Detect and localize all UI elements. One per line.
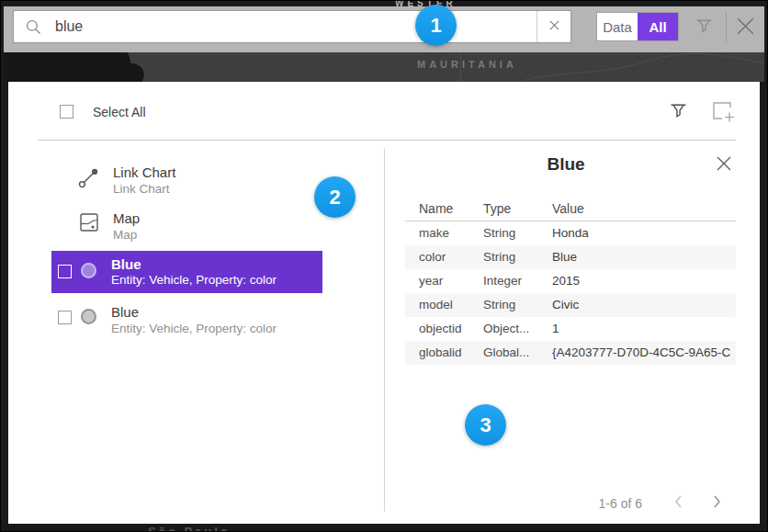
list-item-subtitle: Link Chart — [113, 181, 170, 197]
table-row[interactable]: make String Honda — [405, 221, 736, 245]
data-all-toggle: Data All — [596, 12, 679, 41]
toggle-option-all[interactable]: All — [638, 13, 678, 40]
callout-3: 3 — [465, 404, 506, 446]
filter-results-icon[interactable] — [669, 101, 688, 124]
list-item-subtitle: Map — [113, 227, 137, 243]
app-window: WESTER Data All — [0, 0, 768, 532]
callout-2: 2 — [314, 176, 356, 218]
table-row[interactable]: globalid Global... {A4203777-D70D-4C5C-9… — [405, 341, 736, 365]
cell-name: color — [419, 245, 480, 269]
table-row[interactable]: objectid Object... 1 — [405, 317, 736, 341]
cell-value: Blue — [552, 245, 731, 269]
pagination-range: 1-6 of 6 — [523, 496, 642, 511]
cell-type: Global... — [483, 341, 548, 365]
search-header: Data All — [4, 6, 764, 52]
list-item-title[interactable]: Link Chart — [113, 164, 175, 181]
search-box — [13, 10, 571, 43]
map-label-mauritania: MAURITANIA — [417, 59, 517, 70]
toggle-option-data[interactable]: Data — [597, 13, 638, 40]
close-search-icon[interactable] — [733, 14, 758, 42]
item-checkbox[interactable] — [58, 311, 72, 324]
search-clear-button[interactable] — [536, 11, 570, 42]
cell-value: Honda — [552, 221, 731, 245]
table-row[interactable]: model String Civic — [405, 293, 736, 317]
filter-icon[interactable] — [695, 17, 714, 40]
clear-x-icon — [548, 19, 560, 34]
divider — [384, 148, 385, 512]
search-icon — [25, 18, 42, 36]
cell-value: Civic — [552, 293, 731, 317]
select-all-checkbox[interactable] — [60, 105, 73, 119]
table-row[interactable]: color String Blue — [405, 245, 736, 269]
map-background-bottom: São Paulo — [4, 524, 764, 531]
select-all-label: Select All — [93, 105, 146, 119]
cell-value: 1 — [552, 317, 731, 341]
entity-circle-icon — [81, 309, 96, 324]
list-item-title[interactable]: Map — [113, 210, 140, 227]
cell-name: objectid — [419, 317, 480, 341]
cell-name: make — [419, 221, 480, 245]
cell-name: globalid — [419, 341, 480, 365]
map-label-city: São Paulo — [148, 525, 231, 531]
list-item-title: Blue — [111, 256, 141, 273]
cell-type: String — [483, 293, 548, 317]
cell-type: String — [483, 245, 548, 269]
results-panel: Select All Link Chart Link Chart Map Map… — [8, 82, 760, 524]
column-header-name: Name — [419, 201, 453, 216]
cell-name: year — [419, 269, 480, 293]
list-item-subtitle: Entity: Vehicle, Property: color — [111, 273, 277, 288]
cell-type: Object... — [483, 317, 548, 341]
list-item-subtitle: Entity: Vehicle, Property: color — [111, 321, 277, 336]
chevron-left-icon[interactable] — [672, 494, 686, 513]
cell-name: model — [419, 293, 480, 317]
map-border-line — [489, 52, 764, 82]
cell-value: {A4203777-D70D-4C5C-9A65-C... — [552, 341, 731, 365]
cell-type: Integer — [483, 269, 548, 293]
divider — [726, 12, 727, 43]
map-background-top: MAURITANIA — [4, 52, 764, 82]
cell-type: String — [483, 221, 548, 245]
item-checkbox[interactable] — [58, 265, 72, 278]
chevron-right-icon[interactable] — [709, 494, 724, 513]
callout-1: 1 — [415, 5, 457, 46]
detail-title: Blue — [414, 154, 717, 175]
entity-circle-icon — [81, 263, 96, 278]
link-chart-icon — [77, 166, 100, 193]
map-icon — [79, 212, 99, 236]
detail-close-icon[interactable] — [716, 155, 732, 175]
column-header-value: Value — [552, 201, 584, 216]
list-item-blue-selected[interactable]: Blue Entity: Vehicle, Property: color — [51, 251, 322, 293]
map-landmass — [4, 52, 131, 82]
add-to-new-icon[interactable] — [710, 99, 735, 126]
search-input[interactable] — [55, 18, 536, 35]
divider — [38, 140, 736, 141]
table-row[interactable]: year Integer 2015 — [405, 269, 736, 293]
column-header-type: Type — [483, 201, 511, 216]
cell-value: 2015 — [552, 269, 731, 293]
list-item-title[interactable]: Blue — [111, 304, 139, 321]
